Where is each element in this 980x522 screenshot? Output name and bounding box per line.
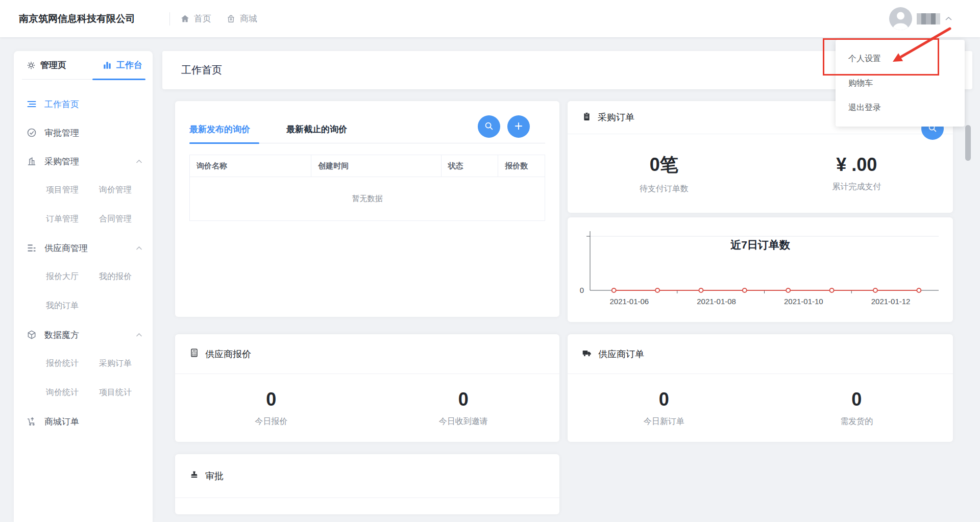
sidebar-group-supplier-mgmt[interactable]: 供应商管理 xyxy=(14,234,153,262)
sidebar-item-approval-mgmt[interactable]: 审批管理 xyxy=(14,118,153,147)
svg-text:2021-01-08: 2021-01-08 xyxy=(697,297,736,306)
active-tab-underline xyxy=(92,79,145,80)
truck-icon xyxy=(582,348,592,360)
sidebar-tab-admin-label: 管理页 xyxy=(40,59,66,71)
chevron-up-icon xyxy=(136,246,142,251)
app-root: 南京筑网信息科技有限公司 首页 商城 xyxy=(0,0,980,522)
card-header: 供应商报价 xyxy=(175,334,559,374)
sidebar-subitem-inquiry-mgmt[interactable]: 询价管理 xyxy=(99,185,152,195)
calculator-icon xyxy=(189,348,199,360)
nav-mall[interactable]: 商城 xyxy=(226,13,257,24)
check-circle-icon xyxy=(27,128,37,138)
page-title: 工作首页 xyxy=(181,51,222,89)
chevron-up-icon xyxy=(136,159,142,164)
sidebar-group-procurement-mgmt[interactable]: 采购管理 xyxy=(14,147,153,176)
sidebar-tab-admin[interactable]: 管理页 xyxy=(26,59,66,71)
sidebar-subitem-purchase-orders[interactable]: 采购订单 xyxy=(99,358,152,369)
sidebar-item-label: 工作首页 xyxy=(44,98,79,110)
chevron-up-icon xyxy=(136,333,142,337)
stat-today-quotes: 0 今日报价 xyxy=(175,389,368,427)
sidebar: 管理页 工作台 工作首页 xyxy=(14,51,153,522)
menu-item-profile-settings[interactable]: 个人设置 xyxy=(836,46,965,71)
column-header: 创建时间 xyxy=(311,155,441,177)
stat-today-new-orders: 0 今日新订单 xyxy=(568,389,761,427)
sidebar-subitem-inquiry-stats[interactable]: 询价统计 xyxy=(46,387,99,398)
stat-value: 0 xyxy=(761,389,953,410)
nav-home-label: 首页 xyxy=(194,13,211,24)
card-stats: 0 今日新订单 0 需发货的 xyxy=(568,374,953,442)
nav-mall-label: 商城 xyxy=(240,13,257,24)
card-header: 供应商订单 xyxy=(568,334,953,374)
card-stats: 0 今日报价 0 今日收到邀请 xyxy=(175,374,559,442)
bag-icon xyxy=(226,14,236,24)
tab-latest-closed[interactable]: 最新截止的询价 xyxy=(286,123,347,135)
sidebar-group-label: 数据魔方 xyxy=(44,329,79,341)
stat-label: 累计完成支付 xyxy=(761,182,953,192)
sidebar-subitem-quote-hall[interactable]: 报价大厅 xyxy=(46,271,99,282)
stat-label: 待支付订单数 xyxy=(568,184,761,194)
bar-chart-icon xyxy=(102,60,112,70)
stat-label: 今日新订单 xyxy=(568,416,761,427)
search-button[interactable] xyxy=(478,115,500,138)
sidebar-item-mall-orders[interactable]: 商城订单 xyxy=(14,407,153,436)
sidebar-menu: 工作首页 审批管理 采购管理 项目管理 xyxy=(14,80,153,436)
building-icon xyxy=(27,156,37,166)
person-icon xyxy=(897,12,904,20)
sidebar-subrow: 订单管理 合同管理 xyxy=(14,205,153,234)
column-header: 状态 xyxy=(442,155,499,177)
user-name-redacted xyxy=(917,13,940,24)
stat-value: ¥ .00 xyxy=(761,154,953,176)
active-tab-underline xyxy=(189,142,259,144)
gear-icon xyxy=(26,60,36,70)
supplier-quote-card: 供应商报价 0 今日报价 0 今日收到邀请 xyxy=(175,334,559,442)
chart-title: 近7日订单数 xyxy=(568,238,953,252)
sidebar-subitem-my-orders[interactable]: 我的订单 xyxy=(46,301,99,311)
sidebar-group-data-cube[interactable]: 数据魔方 xyxy=(14,320,153,349)
stat-value: 0笔 xyxy=(568,153,761,178)
sidebar-subitem-project-mgmt[interactable]: 项目管理 xyxy=(46,185,99,195)
sidebar-tabs: 管理页 工作台 xyxy=(22,51,144,80)
sidebar-group-label: 采购管理 xyxy=(44,156,79,167)
sidebar-item-label: 商城订单 xyxy=(44,416,79,428)
sidebar-subitem-project-stats[interactable]: 项目统计 xyxy=(99,387,152,398)
sidebar-subitem-quote-stats[interactable]: 报价统计 xyxy=(46,358,99,369)
scrollbar-thumb[interactable] xyxy=(965,125,971,161)
table-header-row: 询价名称 创建时间 状态 报价数 xyxy=(189,155,545,177)
sidebar-subrow: 报价大厅 我的报价 xyxy=(14,262,153,291)
lines-icon xyxy=(27,99,37,109)
sidebar-subrow: 我的订单 xyxy=(14,291,153,320)
stat-pending-payment: 0笔 待支付订单数 xyxy=(568,153,761,194)
stat-label: 今日报价 xyxy=(175,416,368,427)
plus-icon xyxy=(513,120,524,133)
stat-to-ship: 0 需发货的 xyxy=(761,389,953,427)
user-dropdown-menu: 个人设置 购物车 退出登录 xyxy=(836,40,965,127)
card-title: 采购订单 xyxy=(598,111,634,123)
card-header: 审批 xyxy=(175,454,559,498)
sidebar-tab-workbench-label: 工作台 xyxy=(116,59,142,71)
tab-latest-published[interactable]: 最新发布的询价 xyxy=(189,123,250,135)
sidebar-subrow: 询价统计 项目统计 xyxy=(14,378,153,407)
menu-item-logout[interactable]: 退出登录 xyxy=(836,95,965,120)
list-icon xyxy=(27,243,37,253)
stamp-icon xyxy=(189,470,199,482)
card-stats: 0笔 待支付订单数 ¥ .00 累计完成支付 xyxy=(568,134,953,213)
cart-icon xyxy=(27,416,37,427)
top-header: 南京筑网信息科技有限公司 首页 商城 xyxy=(0,0,980,37)
add-button[interactable] xyxy=(507,115,530,138)
user-menu-trigger[interactable] xyxy=(889,0,952,37)
home-icon xyxy=(180,14,190,24)
stat-label: 今日收到邀请 xyxy=(368,416,560,427)
sidebar-subitem-my-quotes[interactable]: 我的报价 xyxy=(99,271,152,282)
sidebar-subitem-contract-mgmt[interactable]: 合同管理 xyxy=(99,214,152,225)
menu-item-cart[interactable]: 购物车 xyxy=(836,71,965,95)
sidebar-subrow: 报价统计 采购订单 xyxy=(14,349,153,378)
sidebar-item-work-home[interactable]: 工作首页 xyxy=(14,90,153,118)
nav-home[interactable]: 首页 xyxy=(180,13,211,24)
orders-line-chart: 02021-01-062021-01-082021-01-102021-01-1… xyxy=(568,217,953,322)
user-avatar xyxy=(889,7,912,30)
sidebar-tab-workbench[interactable]: 工作台 xyxy=(102,59,142,71)
stat-label: 需发货的 xyxy=(761,416,953,427)
sidebar-subitem-order-mgmt[interactable]: 订单管理 xyxy=(46,214,99,225)
svg-text:2021-01-10: 2021-01-10 xyxy=(784,297,823,306)
sidebar-subrow: 项目管理 询价管理 xyxy=(14,176,153,205)
